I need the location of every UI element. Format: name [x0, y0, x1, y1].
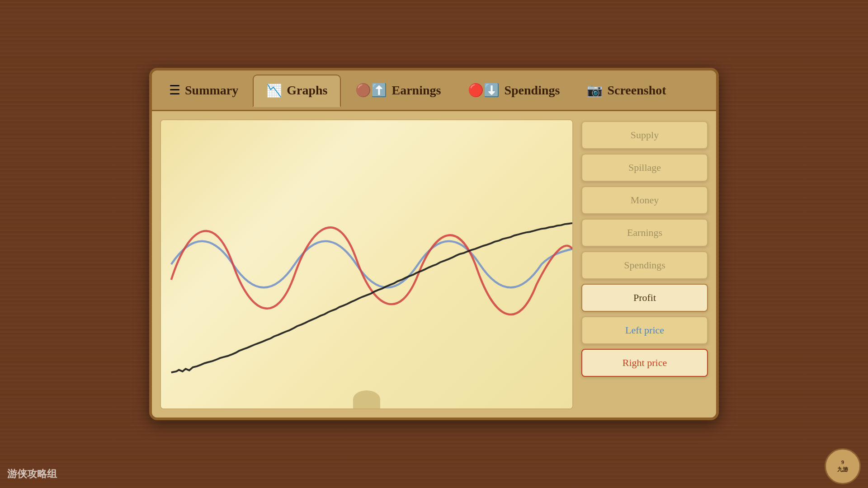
- watermark: 游侠攻略组: [7, 467, 57, 481]
- graphs-icon: 📉: [266, 83, 282, 98]
- tab-graphs[interactable]: 📉 Graphs: [253, 75, 341, 107]
- logo: 9九游: [825, 448, 861, 484]
- main-panel: ☰ Summary 📉 Graphs 🟤⬆️ Earnings 🔴⬇️ Spen…: [149, 68, 719, 420]
- spillage-button[interactable]: Spillage: [581, 154, 708, 182]
- tab-spendings[interactable]: 🔴⬇️ Spendings: [455, 74, 572, 107]
- graphs-label: Graphs: [287, 83, 327, 98]
- summary-icon: ☰: [169, 83, 180, 98]
- chart-svg: [161, 120, 572, 408]
- tab-summary[interactable]: ☰ Summary: [156, 74, 251, 107]
- logo-circle: 9九游: [825, 448, 861, 484]
- spendings-label: Spendings: [504, 83, 560, 98]
- earnings-button[interactable]: Earnings: [581, 219, 708, 247]
- tab-earnings[interactable]: 🟤⬆️ Earnings: [343, 74, 453, 107]
- supply-button[interactable]: Supply: [581, 121, 708, 149]
- tab-bar: ☰ Summary 📉 Graphs 🟤⬆️ Earnings 🔴⬇️ Spen…: [152, 70, 716, 111]
- profit-button[interactable]: Profit: [581, 284, 708, 312]
- money-button[interactable]: Money: [581, 186, 708, 214]
- tab-screenshot[interactable]: 📷 Screenshot: [574, 74, 679, 107]
- sidebar: Supply Spillage Money Earnings Spendings…: [581, 119, 708, 409]
- screenshot-icon: 📷: [587, 83, 603, 98]
- chart-paper: [161, 120, 572, 408]
- earnings-label: Earnings: [392, 83, 441, 98]
- left-price-button[interactable]: Left price: [581, 316, 708, 344]
- summary-label: Summary: [185, 83, 238, 98]
- main-content: Supply Spillage Money Earnings Spendings…: [152, 111, 716, 418]
- chart-area: [160, 119, 573, 409]
- right-price-button[interactable]: Right price: [581, 349, 708, 377]
- earnings-icon: 🟤⬆️: [355, 83, 387, 98]
- spendings-icon: 🔴⬇️: [468, 83, 500, 98]
- screenshot-label: Screenshot: [607, 83, 666, 98]
- spendings-button[interactable]: Spendings: [581, 251, 708, 279]
